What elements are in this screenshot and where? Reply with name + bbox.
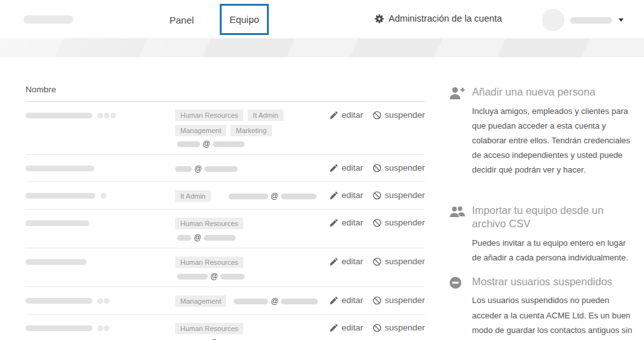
main-content: Nombre Human ResourcesIt AdminManagement… [0, 57, 644, 340]
sidebar-section-title[interactable]: Mostrar usuarios suspendidos [472, 275, 633, 288]
sidebar-section-title[interactable]: Añadir una nueva persona [472, 85, 633, 99]
badge-dots [100, 193, 106, 199]
sidebar-section-body: Puedes invitar a tu equipo entero en lug… [472, 236, 634, 265]
suspend-button[interactable]: suspender [373, 257, 425, 266]
details-cell: @ [175, 162, 324, 175]
badge-dots [97, 298, 110, 304]
email-placeholder: @ [229, 192, 317, 200]
edit-label: editar [341, 323, 363, 332]
ban-icon [373, 164, 382, 173]
name-placeholder [25, 113, 92, 118]
email-placeholder: @ [177, 140, 324, 148]
suspend-button[interactable]: suspender [373, 190, 425, 200]
ban-icon [373, 257, 382, 266]
user-name-placeholder [570, 17, 612, 24]
edit-label: editar [341, 257, 363, 266]
actions-cell: editar suspender [324, 190, 425, 200]
edit-button[interactable]: editar [330, 163, 363, 173]
suspend-button[interactable]: suspender [373, 323, 425, 332]
pencil-icon [330, 111, 338, 119]
suspend-button[interactable]: suspender [373, 218, 425, 227]
badge-dot [101, 193, 106, 199]
minus-circle-icon [449, 276, 466, 292]
edit-button[interactable]: editar [330, 218, 363, 227]
pencil-icon [330, 218, 338, 227]
details-cell: Human Resources@ [175, 256, 324, 280]
table-row: Human Resources@ editar suspender [25, 248, 425, 287]
email-placeholder: @ [177, 273, 324, 280]
badge-dot [97, 298, 103, 304]
top-header: Panel Equipo Administración de la cuenta [0, 0, 644, 38]
details-cell: Human Resources@ [175, 217, 324, 241]
edit-button[interactable]: editar [330, 295, 363, 305]
edit-button[interactable]: editar [330, 110, 363, 120]
suspend-button[interactable]: suspender [373, 163, 425, 173]
email-placeholder: @ [177, 234, 324, 241]
gear-icon [375, 14, 384, 24]
table-row: Human Resources@ editar suspender [25, 209, 425, 248]
team-tag: Management [175, 125, 226, 136]
edit-label: editar [341, 218, 363, 227]
suspend-label: suspender [385, 257, 425, 266]
ban-icon [373, 296, 382, 305]
badge-dots [97, 113, 116, 118]
email-placeholder: @ [234, 297, 318, 305]
badge-dot [104, 113, 110, 118]
sidebar-section: Importar tu equipo desde un archivo CSV … [449, 204, 636, 265]
actions-cell: editar suspender [324, 295, 425, 305]
badge-dots [97, 325, 110, 331]
team-tag: It Admin [248, 110, 283, 121]
suspend-button[interactable]: suspender [373, 295, 425, 305]
table-row: Management@ editar suspender [25, 287, 425, 315]
suspend-label: suspender [385, 110, 425, 120]
suspend-button[interactable]: suspender [373, 110, 425, 120]
ban-icon [373, 218, 382, 227]
pencil-icon [330, 164, 338, 172]
edit-button[interactable]: editar [330, 323, 363, 332]
name-placeholder [25, 298, 92, 304]
table-row: @ editar suspender [25, 155, 425, 182]
pencil-icon [330, 257, 338, 266]
edit-label: editar [341, 295, 363, 305]
tab-panel[interactable]: Panel [169, 15, 194, 25]
email-placeholder: @ [175, 165, 238, 173]
tab-equipo[interactable]: Equipo [220, 4, 269, 35]
badge-dot [104, 325, 110, 331]
details-cell: Management@ [175, 295, 324, 308]
name-cell [25, 110, 175, 118]
name-cell [25, 190, 175, 199]
name-cell [25, 256, 175, 265]
suspend-label: suspender [385, 163, 425, 173]
table-row: It Admin@ editar suspender [25, 182, 425, 209]
user-menu[interactable] [542, 9, 624, 31]
pencil-icon [330, 296, 338, 304]
badge-dot [97, 113, 103, 118]
pencil-icon [330, 191, 338, 199]
sidebar-section-title[interactable]: Importar tu equipo desde un archivo CSV [472, 204, 633, 230]
name-cell [25, 322, 175, 331]
actions-cell: editar suspender [324, 162, 425, 173]
avatar [542, 9, 564, 31]
user-plus-icon [449, 87, 466, 103]
details-cell: It Admin@ [175, 190, 324, 202]
details-cell: Human Resources@ [175, 322, 324, 340]
edit-button[interactable]: editar [330, 257, 363, 266]
team-tag: Human Resources [175, 110, 243, 121]
sidebar-section-body: Incluya amigos, empleados y clientes par… [472, 104, 634, 178]
edit-button[interactable]: editar [330, 190, 363, 200]
column-header-nombre: Nombre [25, 57, 425, 102]
table-row: Human Resources@ editar suspender [25, 315, 425, 340]
actions-cell: editar suspender [324, 322, 425, 332]
name-placeholder [25, 325, 92, 331]
team-tag: Human Resources [175, 218, 243, 229]
actions-cell: editar suspender [324, 217, 425, 227]
team-tag: Human Resources [175, 257, 243, 268]
table-row: Human ResourcesIt AdminManagementMarketi… [25, 102, 425, 155]
edit-label: editar [341, 190, 363, 200]
badge-dot [104, 298, 110, 304]
sidebar-section: Añadir una nueva persona Incluya amigos,… [449, 85, 636, 177]
account-admin-link[interactable]: Administración de la cuenta [375, 13, 502, 24]
help-sidebar: Añadir una nueva persona Incluya amigos,… [449, 85, 636, 340]
sidebar-section-body: Los usuarios suspendidos no pueden acced… [472, 293, 634, 340]
ban-icon [373, 323, 382, 332]
